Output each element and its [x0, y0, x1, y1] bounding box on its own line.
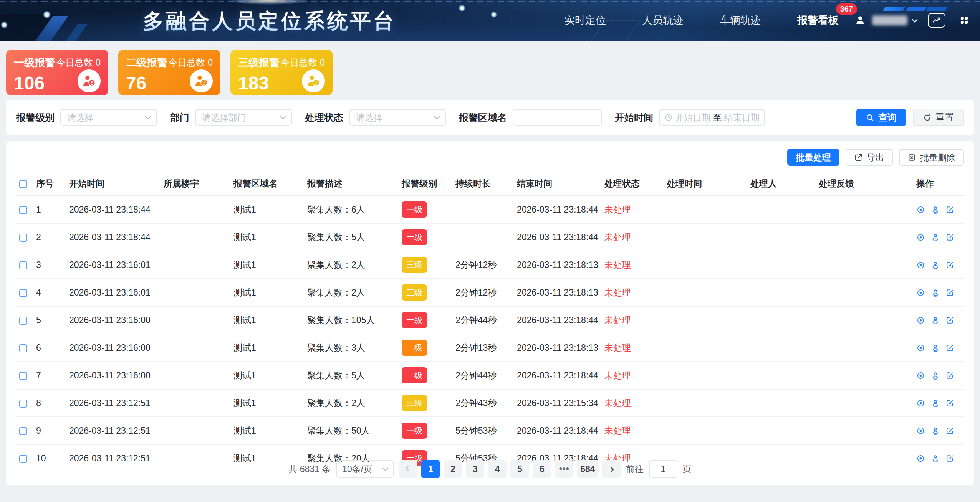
chevron-down-icon[interactable] — [912, 17, 918, 23]
level-badge: 一级 — [402, 423, 427, 439]
col-description: 报警描述 — [304, 172, 399, 196]
view-button[interactable] — [916, 343, 925, 352]
person-location-icon — [931, 343, 940, 352]
level-select[interactable]: 请选择 — [60, 109, 157, 126]
locate-person-button[interactable] — [931, 371, 940, 380]
locate-person-button[interactable] — [931, 426, 940, 435]
cell-feedback — [816, 196, 913, 223]
batch-process-button[interactable]: 批量处理 — [787, 149, 839, 166]
goto-page-input[interactable] — [649, 460, 677, 478]
export-button[interactable]: 导出 — [846, 149, 893, 166]
cell-index: 6 — [33, 334, 66, 362]
apps-button[interactable] — [955, 13, 973, 28]
locate-person-button[interactable] — [931, 233, 940, 242]
search-button[interactable]: 查询 — [856, 109, 906, 126]
cell-feedback — [816, 417, 913, 444]
locate-person-button[interactable] — [931, 316, 940, 325]
nav-item[interactable]: 车辆轨迹 — [717, 11, 764, 30]
row-checkbox[interactable] — [19, 289, 27, 297]
row-checkbox[interactable] — [19, 344, 27, 352]
cell-duration: 2分钟44秒 — [452, 362, 514, 389]
cell-building — [161, 417, 230, 444]
row-checkbox[interactable] — [19, 261, 27, 269]
edit-button[interactable] — [945, 233, 954, 242]
page-button[interactable]: 2 — [444, 460, 462, 478]
stat-card-title: 二级报警 — [126, 56, 167, 69]
department-select[interactable]: 请选择部门 — [195, 109, 292, 126]
locate-person-button[interactable] — [931, 205, 940, 214]
col-actions: 操作 — [913, 172, 964, 196]
view-button[interactable] — [916, 426, 925, 435]
edit-button[interactable] — [945, 399, 954, 408]
cell-index: 8 — [33, 389, 66, 417]
table-row: 5 2026-03-11 23:16:00 测试1 聚集人数：105人 一级 2… — [16, 306, 964, 334]
view-button[interactable] — [916, 261, 925, 269]
page-button[interactable]: ••• — [555, 460, 573, 478]
cell-start-time: 2026-03-11 23:18:44 — [66, 223, 161, 251]
view-button[interactable] — [916, 316, 925, 325]
nav-item[interactable]: 实时定位 — [561, 11, 609, 30]
select-all-checkbox[interactable] — [19, 180, 27, 188]
date-range-picker[interactable]: 开始日期 至 结束日期 — [659, 109, 765, 126]
row-checkbox[interactable] — [19, 206, 27, 214]
page-size-select[interactable]: 10条/页 — [336, 460, 394, 478]
monitor-button[interactable] — [928, 13, 945, 28]
view-button[interactable] — [916, 371, 925, 380]
cell-description: 聚集人数：2人 — [304, 279, 399, 306]
view-icon — [916, 371, 925, 380]
area-input[interactable] — [513, 109, 602, 126]
prev-page-button[interactable] — [399, 460, 417, 478]
cell-process-time — [664, 334, 747, 362]
row-checkbox[interactable] — [19, 400, 27, 408]
row-checkbox[interactable] — [19, 372, 27, 380]
edit-button[interactable] — [945, 288, 954, 297]
nav-item[interactable]: 报警看板 367 — [794, 11, 842, 30]
page-button[interactable]: 3 — [466, 460, 484, 478]
cell-index: 5 — [33, 306, 66, 334]
person-location-icon — [931, 233, 940, 242]
edit-button[interactable] — [945, 205, 954, 214]
cell-process-time — [664, 389, 747, 417]
cell-index: 4 — [33, 279, 66, 306]
edit-button[interactable] — [945, 426, 954, 435]
user-icon — [854, 15, 866, 26]
cell-process-time — [664, 251, 747, 279]
locate-person-button[interactable] — [931, 343, 940, 352]
edit-button[interactable] — [945, 316, 954, 325]
table-header-row: 序号 开始时间 所属楼宇 报警区域名 报警描述 报警级别 持续时长 结束时间 处… — [16, 172, 964, 196]
cell-status: 未处理 — [601, 196, 664, 223]
row-checkbox[interactable] — [19, 234, 27, 242]
cell-feedback — [816, 251, 913, 279]
status-select[interactable]: 请选择 — [349, 109, 446, 126]
stat-card-value: 183 — [238, 74, 269, 92]
page-button[interactable]: 1 — [421, 460, 440, 478]
view-button[interactable] — [916, 233, 925, 242]
cell-processor — [747, 334, 816, 362]
edit-icon — [945, 371, 954, 380]
page-button[interactable]: 684 — [577, 460, 598, 478]
col-duration: 持续时长 — [452, 172, 514, 196]
reset-button[interactable]: 重置 — [913, 109, 964, 126]
next-page-button[interactable] — [602, 460, 621, 478]
row-checkbox[interactable] — [19, 317, 27, 325]
batch-delete-button[interactable]: 批量删除 — [899, 149, 964, 166]
nav-item[interactable]: 人员轨迹 — [639, 11, 687, 30]
page-button[interactable]: 6 — [533, 460, 551, 478]
page-button[interactable]: 4 — [488, 460, 507, 478]
locate-person-button[interactable] — [931, 399, 940, 408]
chevron-right-icon — [609, 467, 614, 472]
row-checkbox[interactable] — [19, 427, 27, 435]
cell-duration: 2分钟12秒 — [452, 251, 514, 279]
view-button[interactable] — [916, 205, 925, 214]
stat-card-value: 106 — [14, 74, 45, 92]
area-filter-label: 报警区域名 — [459, 111, 507, 124]
edit-button[interactable] — [945, 343, 954, 352]
view-button[interactable] — [916, 399, 925, 408]
locate-person-button[interactable] — [931, 261, 940, 269]
view-button[interactable] — [916, 288, 925, 297]
page-button[interactable]: 5 — [510, 460, 529, 478]
edit-button[interactable] — [945, 261, 954, 269]
username-masked[interactable] — [872, 15, 907, 25]
locate-person-button[interactable] — [931, 288, 940, 297]
edit-button[interactable] — [945, 371, 954, 380]
